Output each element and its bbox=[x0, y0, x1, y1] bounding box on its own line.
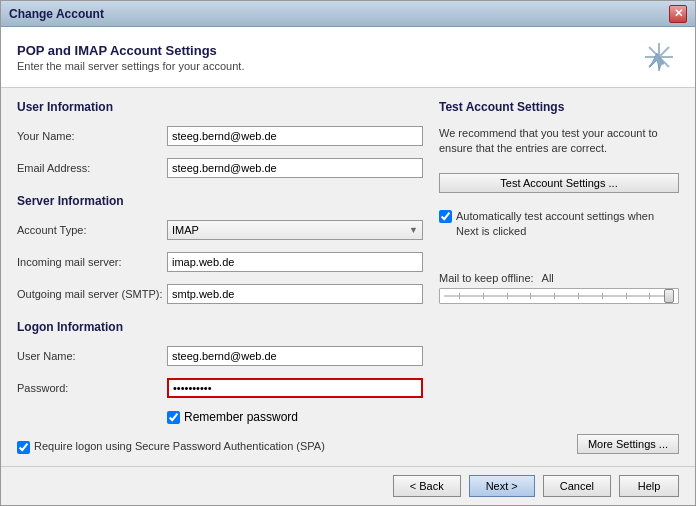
outgoing-label: Outgoing mail server (SMTP): bbox=[17, 288, 167, 300]
your-name-input[interactable] bbox=[167, 126, 423, 146]
account-type-select[interactable]: IMAP ▼ bbox=[167, 220, 423, 240]
back-button[interactable]: < Back bbox=[393, 475, 461, 497]
help-button[interactable]: Help bbox=[619, 475, 679, 497]
user-info-header: User Information bbox=[17, 100, 423, 114]
auto-test-checkbox[interactable] bbox=[439, 210, 452, 223]
username-row: User Name: bbox=[17, 346, 423, 366]
offline-slider[interactable] bbox=[439, 288, 679, 304]
left-panel: User Information Your Name: Email Addres… bbox=[17, 100, 423, 454]
remember-password-checkbox[interactable] bbox=[167, 411, 180, 424]
more-settings-button[interactable]: More Settings ... bbox=[577, 434, 679, 454]
test-account-settings-button[interactable]: Test Account Settings ... bbox=[439, 173, 679, 193]
more-settings-row: More Settings ... bbox=[439, 434, 679, 454]
incoming-row: Incoming mail server: bbox=[17, 252, 423, 272]
outgoing-row: Outgoing mail server (SMTP): bbox=[17, 284, 423, 304]
account-type-row: Account Type: IMAP ▼ bbox=[17, 220, 423, 240]
slider-tick-8 bbox=[626, 293, 627, 299]
username-input[interactable] bbox=[167, 346, 423, 366]
mail-offline-row: Mail to keep offline: All bbox=[439, 272, 679, 284]
cancel-button[interactable]: Cancel bbox=[543, 475, 611, 497]
email-row: Email Address: bbox=[17, 158, 423, 178]
email-label: Email Address: bbox=[17, 162, 167, 174]
password-input[interactable] bbox=[167, 378, 423, 398]
window-title: Change Account bbox=[9, 7, 104, 21]
your-name-label: Your Name: bbox=[17, 130, 167, 142]
change-account-window: Change Account ✕ POP and IMAP Account Se… bbox=[0, 0, 696, 506]
header-section: POP and IMAP Account Settings Enter the … bbox=[1, 27, 695, 88]
remember-password-row: Remember password bbox=[167, 410, 423, 424]
right-panel: Test Account Settings We recommend that … bbox=[439, 100, 679, 454]
right-description: We recommend that you test your account … bbox=[439, 126, 679, 157]
header-subtitle: Enter the mail server settings for your … bbox=[17, 60, 244, 72]
slider-tick-9 bbox=[649, 293, 650, 299]
require-logon-checkbox[interactable] bbox=[17, 441, 30, 454]
slider-tick-7 bbox=[602, 293, 603, 299]
slider-tick-4 bbox=[530, 293, 531, 299]
email-input[interactable] bbox=[167, 158, 423, 178]
slider-track bbox=[444, 295, 674, 297]
footer: < Back Next > Cancel Help bbox=[1, 466, 695, 505]
remember-password-label: Remember password bbox=[184, 410, 298, 424]
slider-tick-5 bbox=[554, 293, 555, 299]
slider-tick-2 bbox=[483, 293, 484, 299]
slider-handle[interactable] bbox=[664, 289, 674, 303]
content-area: User Information Your Name: Email Addres… bbox=[1, 88, 695, 466]
close-button[interactable]: ✕ bbox=[669, 5, 687, 23]
auto-test-label: Automatically test account settings when… bbox=[456, 209, 679, 240]
require-logon-row: Require logon using Secure Password Auth… bbox=[17, 440, 423, 454]
slider-tick-1 bbox=[459, 293, 460, 299]
slider-tick-6 bbox=[578, 293, 579, 299]
right-title: Test Account Settings bbox=[439, 100, 679, 114]
your-name-row: Your Name: bbox=[17, 126, 423, 146]
password-row: Password: bbox=[17, 378, 423, 398]
server-info-header: Server Information bbox=[17, 194, 423, 208]
incoming-label: Incoming mail server: bbox=[17, 256, 167, 268]
dropdown-arrow-icon: ▼ bbox=[409, 225, 418, 235]
require-logon-label: Require logon using Secure Password Auth… bbox=[34, 440, 325, 452]
header-title: POP and IMAP Account Settings bbox=[17, 43, 244, 58]
password-label: Password: bbox=[17, 382, 167, 394]
slider-tick-3 bbox=[507, 293, 508, 299]
title-bar: Change Account ✕ bbox=[1, 1, 695, 27]
outgoing-input[interactable] bbox=[167, 284, 423, 304]
auto-test-row: Automatically test account settings when… bbox=[439, 209, 679, 240]
next-button[interactable]: Next > bbox=[469, 475, 535, 497]
account-type-label: Account Type: bbox=[17, 224, 167, 236]
header-icon bbox=[639, 37, 679, 77]
header-text: POP and IMAP Account Settings Enter the … bbox=[17, 43, 244, 72]
username-label: User Name: bbox=[17, 350, 167, 362]
mail-offline-section: Mail to keep offline: All bbox=[439, 272, 679, 312]
logon-header: Logon Information bbox=[17, 320, 423, 334]
mail-offline-label: Mail to keep offline: bbox=[439, 272, 534, 284]
account-type-value: IMAP bbox=[172, 224, 199, 236]
incoming-input[interactable] bbox=[167, 252, 423, 272]
mail-offline-value: All bbox=[542, 272, 554, 284]
